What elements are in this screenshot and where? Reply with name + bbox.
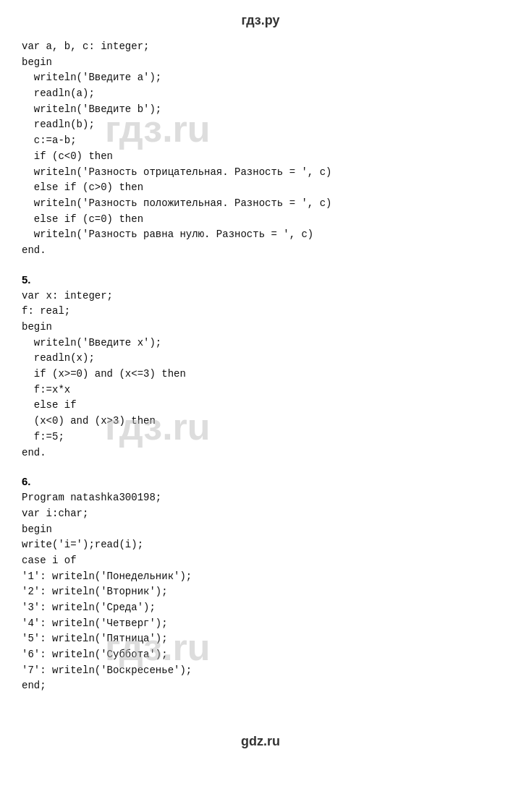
- code-line: '4': writeln('Четверг');: [22, 616, 499, 632]
- code-line: writeln('Разность положительная. Разност…: [22, 196, 499, 212]
- code-line: writeln('Введите b');: [22, 102, 499, 118]
- code-line: var x: integer;: [22, 289, 499, 304]
- code-line: '5': writeln('Пятница');: [22, 631, 499, 647]
- code-line: if (x>=0) and (x<=3) then: [22, 367, 499, 383]
- code-line: readln(x);: [22, 351, 499, 367]
- code-line: f: real;: [22, 304, 499, 320]
- code-line: c:=a-b;: [22, 133, 499, 149]
- header-title: гдз.ру: [241, 13, 279, 27]
- code-line: if (c<0) then: [22, 149, 499, 165]
- code-line: var i:char;: [22, 506, 499, 522]
- code-line: begin: [22, 55, 499, 71]
- code-line: f:=x*x: [22, 383, 499, 398]
- code-line: f:=5;: [22, 429, 499, 445]
- header-watermark: гдз.ру: [0, 7, 521, 35]
- code-line: readln(a);: [22, 86, 499, 102]
- content-area: var a, b, c: integer; begin writeln('Вве…: [0, 35, 521, 723]
- code-line: else if: [22, 398, 499, 414]
- code-line: '3': writeln('Среда');: [22, 600, 499, 616]
- code-block-6: Program natashka300198; var i:char; begi…: [22, 490, 499, 694]
- page: гдз.ру гдз.ru гдз.ru гдз.ru var a, b, c:…: [0, 0, 521, 812]
- code-line: end.: [22, 243, 499, 259]
- code-line: '6': writeln('Суббота');: [22, 647, 499, 663]
- code-line: '7': writeln('Воскресенье');: [22, 663, 499, 679]
- code-line: end;: [22, 678, 499, 694]
- code-line: end.: [22, 445, 499, 461]
- code-line: readln(b);: [22, 117, 499, 133]
- code-line: writeln('Разность равна нулю. Разность =…: [22, 227, 499, 243]
- code-line: begin: [22, 522, 499, 538]
- section-6-number: 6.: [22, 475, 499, 487]
- code-line: writeln('Введите x');: [22, 336, 499, 351]
- code-line: writeln('Введите a');: [22, 70, 499, 86]
- code-line: writeln('Разность отрицательная. Разност…: [22, 165, 499, 181]
- section-5-number: 5.: [22, 273, 499, 286]
- code-line: Program natashka300198;: [22, 490, 499, 506]
- code-line: (x<0) and (x>3) then: [22, 414, 499, 429]
- footer-watermark: gdz.ru: [0, 723, 521, 756]
- code-block-5: var x: integer; f: real; begin writeln('…: [22, 289, 499, 461]
- code-block-intro: var a, b, c: integer; begin writeln('Вве…: [22, 39, 499, 259]
- code-line-case-of: case i of: [22, 553, 499, 569]
- code-line: '1': writeln('Понедельник');: [22, 569, 499, 585]
- code-line: var a, b, c: integer;: [22, 39, 499, 55]
- code-line: else if (c=0) then: [22, 212, 499, 228]
- code-line: begin: [22, 320, 499, 336]
- code-line: else if (c>0) then: [22, 180, 499, 196]
- code-line: '2': writeln('Вторник');: [22, 584, 499, 600]
- footer-title: gdz.ru: [241, 734, 280, 748]
- code-line: write('i=');read(i);: [22, 537, 499, 553]
